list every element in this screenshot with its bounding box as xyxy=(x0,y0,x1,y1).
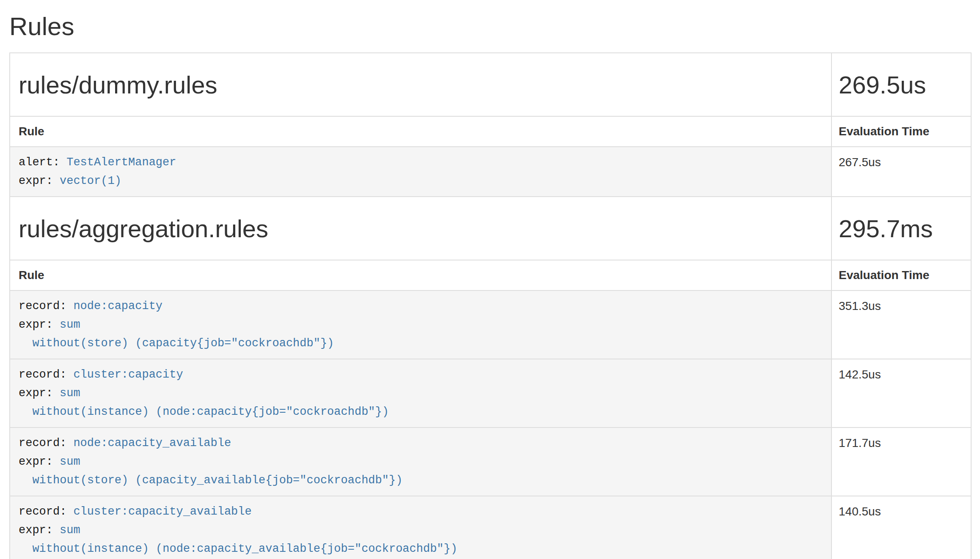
rule-expr-link[interactable]: sum without(instance) (node:capacity_ava… xyxy=(19,524,457,555)
group-file-name: rules/aggregation.rules xyxy=(10,197,831,260)
rule-name-link[interactable]: node:capacity xyxy=(73,300,162,312)
rule-definition-cell: alert:TestAlertManager expr:vector(1) xyxy=(10,147,831,197)
rule-name-link[interactable]: cluster:capacity_available xyxy=(73,505,251,518)
rule-row: record:node:capacity_available expr:sum … xyxy=(10,427,971,496)
rule-expr-link[interactable]: sum without(store) (capacity{job="cockro… xyxy=(19,318,334,350)
rule-keyword: alert: xyxy=(19,156,60,169)
expr-keyword: expr: xyxy=(19,318,53,331)
page-title: Rules xyxy=(9,13,971,41)
rule-row: record:cluster:capacity_available expr:s… xyxy=(10,496,971,559)
rule-definition-cell: record:node:capacity expr:sum without(st… xyxy=(10,290,831,359)
column-header-row: Rule Evaluation Time xyxy=(10,116,971,147)
rule-expr-link[interactable]: vector(1) xyxy=(60,175,121,187)
time-column-header: Evaluation Time xyxy=(831,260,971,290)
rule-definition-cell: record:node:capacity_available expr:sum … xyxy=(10,427,831,496)
rule-row: alert:TestAlertManager expr:vector(1) 26… xyxy=(10,147,971,197)
expr-keyword: expr: xyxy=(19,387,53,400)
rule-keyword: record: xyxy=(19,505,66,518)
time-column-header: Evaluation Time xyxy=(831,116,971,147)
rule-row: record:node:capacity expr:sum without(st… xyxy=(10,290,971,359)
rule-expr-line: expr:sum without(instance) (node:capacit… xyxy=(19,521,823,558)
group-header-row: rules/dummy.rules 269.5us xyxy=(10,53,971,116)
group-total-eval-time: 295.7ms xyxy=(831,197,971,260)
rule-definition-cell: record:cluster:capacity expr:sum without… xyxy=(10,359,831,427)
rule-keyword: record: xyxy=(19,300,66,312)
rule-name-link[interactable]: cluster:capacity xyxy=(73,368,183,381)
rule-name-line: record:cluster:capacity_available xyxy=(19,502,823,521)
rule-expr-link[interactable]: sum without(instance) (node:capacity{job… xyxy=(19,387,389,418)
rule-expr-line: expr:sum without(store) (capacity_availa… xyxy=(19,452,823,490)
rule-name-line: record:node:capacity xyxy=(19,297,823,315)
rule-name-link[interactable]: node:capacity_available xyxy=(73,437,231,449)
rule-eval-time: 140.5us xyxy=(831,496,971,559)
rule-name-line: record:cluster:capacity xyxy=(19,365,823,384)
rule-column-header: Rule xyxy=(10,116,831,147)
group-header-row: rules/aggregation.rules 295.7ms xyxy=(10,197,971,260)
expr-keyword: expr: xyxy=(19,455,53,468)
rule-expr-line: expr:sum without(instance) (node:capacit… xyxy=(19,384,823,421)
rule-expr-line: expr:sum without(store) (capacity{job="c… xyxy=(19,315,823,353)
rule-eval-time: 171.7us xyxy=(831,427,971,496)
rule-eval-time: 142.5us xyxy=(831,359,971,427)
group-file-name: rules/dummy.rules xyxy=(10,53,831,116)
column-header-row: Rule Evaluation Time xyxy=(10,260,971,290)
rule-keyword: record: xyxy=(19,368,66,381)
rule-eval-time: 267.5us xyxy=(831,147,971,197)
rule-row: record:cluster:capacity expr:sum without… xyxy=(10,359,971,427)
expr-keyword: expr: xyxy=(19,524,53,537)
rule-eval-time: 351.3us xyxy=(831,290,971,359)
rule-name-line: alert:TestAlertManager xyxy=(19,153,823,172)
rule-expr-link[interactable]: sum without(store) (capacity_available{j… xyxy=(19,455,402,487)
rules-page: Rules rules/dummy.rules 269.5us Rule Eva… xyxy=(0,0,980,559)
expr-keyword: expr: xyxy=(19,175,53,187)
rule-column-header: Rule xyxy=(10,260,831,290)
rules-table: rules/dummy.rules 269.5us Rule Evaluatio… xyxy=(9,52,972,559)
group-total-eval-time: 269.5us xyxy=(831,53,971,116)
rule-keyword: record: xyxy=(19,437,66,449)
rule-name-line: record:node:capacity_available xyxy=(19,434,823,452)
rule-definition-cell: record:cluster:capacity_available expr:s… xyxy=(10,496,831,559)
rule-name-link[interactable]: TestAlertManager xyxy=(66,156,176,169)
rule-expr-line: expr:vector(1) xyxy=(19,172,823,190)
